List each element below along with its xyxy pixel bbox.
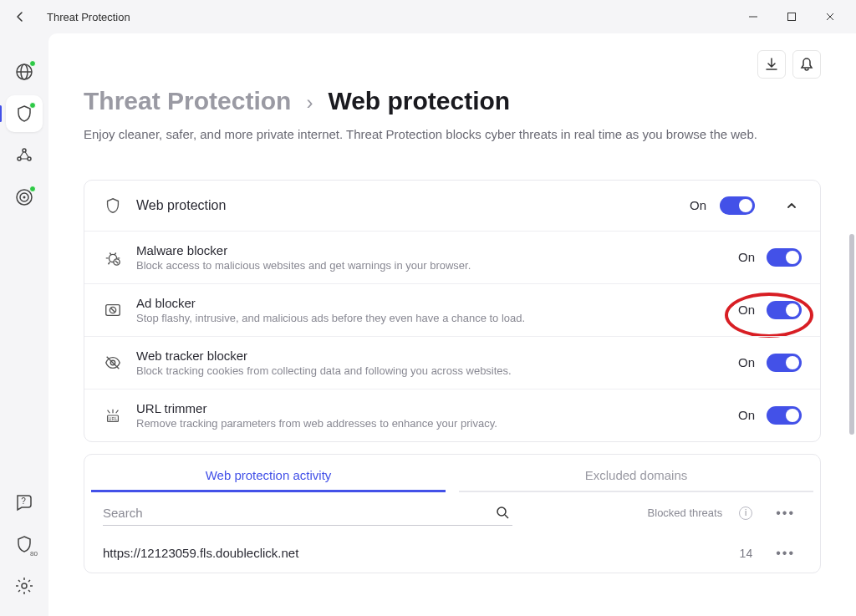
eye-off-icon [103, 353, 123, 373]
sidebar-item-radar[interactable] [6, 179, 43, 216]
tab-excluded[interactable]: Excluded domains [452, 455, 820, 492]
feature-state: On [738, 408, 755, 422]
svg-point-6 [18, 157, 21, 160]
search-input[interactable] [103, 501, 492, 525]
activity-tabs: Web protection activity Excluded domains [84, 455, 820, 492]
breadcrumb-current: Web protection [328, 87, 510, 115]
url-toggle[interactable] [767, 406, 802, 425]
feature-title: Malware blocker [136, 243, 725, 257]
web-protection-header: Web protection On [84, 181, 820, 231]
bell-icon [799, 57, 814, 72]
entry-more-button[interactable]: ••• [769, 542, 802, 564]
mesh-icon [15, 146, 33, 165]
web-protection-title: Web protection [136, 198, 676, 213]
maximize-icon [787, 12, 797, 22]
web-protection-toggle[interactable] [720, 196, 755, 215]
entry-url: https://12123059.fls.doubleclick.net [103, 546, 702, 560]
back-button[interactable] [7, 3, 33, 30]
sidebar: ? 80 [0, 33, 48, 616]
window-controls [734, 3, 849, 30]
web-protection-card: Web protection On Malware blocker Block … [84, 180, 821, 442]
feature-state: On [738, 250, 755, 264]
feature-row-ads: Ad blocker Stop flashy, intrusive, and m… [84, 283, 820, 336]
sidebar-item-help[interactable]: ? [6, 484, 43, 521]
svg-point-12 [22, 583, 27, 588]
scrollbar[interactable] [849, 234, 854, 435]
notifications-button[interactable] [792, 50, 821, 79]
status-dot [29, 60, 36, 67]
feature-desc: Block tracking cookies from collecting d… [136, 364, 725, 377]
main-content: Threat Protection › Web protection Enjoy… [48, 33, 856, 616]
web-protection-state: On [690, 198, 706, 212]
malware-toggle[interactable] [767, 248, 802, 267]
help-icon: ? [14, 492, 34, 512]
svg-point-7 [28, 157, 31, 160]
feature-row-url: URL URL trimmer Remove tracking paramete… [84, 389, 820, 441]
activity-entry: https://12123059.fls.doubleclick.net 14 … [84, 534, 820, 573]
minimize-icon [748, 12, 758, 22]
svg-text:URL: URL [108, 415, 117, 420]
feature-title: Web tracker blocker [136, 349, 725, 363]
info-icon[interactable]: i [739, 507, 752, 520]
gear-icon [14, 576, 34, 596]
toolbar-more-button[interactable]: ••• [769, 502, 802, 524]
bug-icon [103, 247, 123, 267]
blocked-threats-label: Blocked threats [648, 507, 723, 519]
maximize-button[interactable] [772, 3, 811, 30]
feature-desc: Block access to malicious websites and g… [136, 259, 725, 272]
breadcrumb: Threat Protection › Web protection [84, 87, 821, 115]
tab-activity[interactable]: Web protection activity [84, 455, 452, 492]
activity-toolbar: Blocked threats i ••• [84, 492, 820, 534]
feature-title: URL trimmer [136, 401, 725, 415]
svg-rect-1 [788, 13, 796, 21]
status-dot [29, 186, 36, 192]
feature-state: On [738, 355, 755, 369]
entry-count: 14 [719, 547, 752, 560]
ad-block-icon [103, 300, 123, 320]
feature-state: On [738, 303, 755, 317]
collapse-button[interactable] [782, 196, 802, 216]
search-button[interactable] [492, 502, 512, 522]
arrow-left-icon [13, 10, 27, 23]
svg-point-20 [497, 507, 506, 516]
feature-desc: Stop flashy, intrusive, and malicious ad… [136, 312, 725, 324]
feature-row-tracker: Web tracker blocker Block tracking cooki… [84, 336, 820, 389]
tracker-toggle[interactable] [767, 354, 802, 372]
window-title: Threat Protection [47, 11, 734, 23]
shield-outline-icon [103, 196, 123, 216]
breadcrumb-root[interactable]: Threat Protection [84, 87, 291, 115]
ads-toggle[interactable] [767, 301, 802, 319]
sidebar-item-globe[interactable] [6, 53, 43, 90]
chevron-right-icon: › [306, 91, 313, 115]
download-button[interactable] [757, 50, 786, 79]
download-icon [764, 57, 779, 72]
sidebar-item-mesh[interactable] [6, 137, 43, 174]
status-dot [29, 102, 36, 109]
svg-point-10 [23, 196, 26, 199]
feature-desc: Remove tracking parameters from web addr… [136, 417, 725, 430]
sidebar-badge-count: 80 [30, 550, 38, 557]
minimize-button[interactable] [734, 3, 772, 30]
svg-text:?: ? [21, 496, 26, 506]
feature-title: Ad blocker [136, 296, 725, 310]
sidebar-item-shield[interactable] [6, 95, 43, 132]
url-trim-icon: URL [103, 405, 123, 425]
titlebar: Threat Protection [0, 0, 856, 33]
close-button[interactable] [811, 3, 849, 30]
sidebar-item-settings[interactable] [6, 568, 43, 604]
search-field[interactable] [103, 501, 512, 526]
close-icon [825, 12, 835, 22]
chevron-up-icon [786, 200, 797, 211]
activity-card: Web protection activity Excluded domains… [84, 454, 821, 573]
feature-row-malware: Malware blocker Block access to maliciou… [84, 231, 820, 283]
search-icon [496, 506, 509, 519]
page-description: Enjoy cleaner, safer, and more private i… [84, 125, 769, 145]
sidebar-item-device-shield[interactable]: 80 [6, 526, 43, 563]
